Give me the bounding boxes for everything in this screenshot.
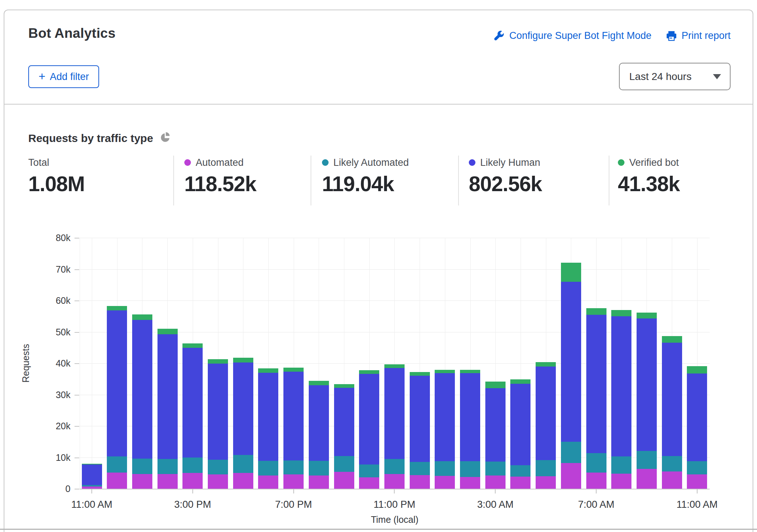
- segment-automated: [662, 471, 682, 489]
- stat-verified-bot[interactable]: Verified bot 41.38k: [618, 156, 680, 196]
- y-axis-tick: [75, 300, 79, 301]
- bar-700pm[interactable]: [283, 238, 304, 489]
- segment-likely-automated: [662, 456, 682, 471]
- segment-automated: [334, 472, 354, 489]
- bar-1200pm[interactable]: [107, 238, 127, 489]
- add-filter-button[interactable]: + Add filter: [28, 65, 99, 88]
- segment-likely-automated: [586, 453, 606, 472]
- segment-likely-automated: [410, 462, 430, 475]
- segment-verified-bot: [132, 314, 152, 320]
- segment-verified-bot: [309, 381, 329, 385]
- bar-1000pm[interactable]: [359, 238, 379, 489]
- segment-likely-automated: [510, 465, 530, 477]
- segment-automated: [359, 477, 379, 489]
- configure-link-label: Configure Super Bot Fight Mode: [509, 30, 651, 41]
- segment-likely-human: [435, 373, 455, 461]
- segment-likely-automated: [359, 464, 379, 477]
- segment-verified-bot: [460, 370, 480, 373]
- segment-likely-automated: [384, 459, 405, 474]
- bar-500am[interactable]: [536, 238, 556, 489]
- segment-likely-human: [611, 316, 631, 456]
- segment-likely-human: [309, 385, 329, 461]
- segment-automated: [561, 463, 581, 489]
- plus-icon: +: [39, 70, 46, 82]
- bar-800pm[interactable]: [309, 238, 329, 489]
- segment-automated: [586, 473, 606, 489]
- bar-1200am[interactable]: [410, 238, 430, 489]
- segment-automated: [309, 475, 329, 489]
- segment-verified-bot: [611, 310, 631, 316]
- segment-automated: [637, 469, 657, 489]
- stat-verified-bot-value: 41.38k: [618, 172, 680, 196]
- segment-likely-human: [410, 376, 430, 462]
- time-range-value: Last 24 hours: [620, 71, 713, 83]
- requests-bar-chart: [80, 238, 710, 489]
- section-title-row: Requests by traffic type: [28, 132, 171, 145]
- segment-verified-bot: [157, 329, 178, 334]
- segment-verified-bot: [536, 362, 556, 367]
- time-range-select[interactable]: Last 24 hours: [619, 63, 731, 90]
- stat-likely-human[interactable]: Likely Human 802.56k: [469, 156, 542, 196]
- x-axis-tick: [192, 489, 193, 493]
- add-filter-label: Add filter: [50, 71, 89, 83]
- bar-700am[interactable]: [586, 238, 606, 489]
- y-axis-tick-label: 70k: [36, 264, 70, 275]
- y-axis-tick: [75, 238, 79, 238]
- segment-likely-human: [586, 315, 606, 453]
- stat-divider: [173, 156, 174, 205]
- segment-likely-human: [359, 374, 379, 464]
- y-axis-tick: [75, 269, 79, 270]
- bar-800am[interactable]: [611, 238, 631, 489]
- bar-200pm[interactable]: [157, 238, 178, 489]
- bar-600pm[interactable]: [258, 238, 278, 489]
- x-axis-tick-label: 11:00 PM: [350, 499, 438, 510]
- bar-1100am[interactable]: [82, 238, 102, 489]
- bar-900pm[interactable]: [334, 238, 354, 489]
- stat-automated-value: 118.52k: [184, 172, 256, 196]
- verified-bot-legend-dot: [618, 159, 624, 166]
- stat-divider: [609, 156, 609, 205]
- stat-verified-bot-label: Verified bot: [629, 157, 679, 168]
- segment-verified-bot: [485, 382, 506, 388]
- bar-600am[interactable]: [561, 238, 581, 489]
- bar-400pm[interactable]: [208, 238, 228, 489]
- bar-1100pm[interactable]: [384, 238, 405, 489]
- print-report-link[interactable]: Print report: [666, 30, 731, 41]
- bar-300pm[interactable]: [182, 238, 203, 489]
- segment-verified-bot: [283, 368, 304, 372]
- bar-1000am[interactable]: [662, 238, 682, 489]
- segment-likely-human: [107, 310, 127, 456]
- segment-likely-human: [510, 384, 530, 465]
- segment-automated: [384, 474, 405, 489]
- bar-400am[interactable]: [510, 238, 530, 489]
- likely-human-legend-dot: [469, 159, 475, 166]
- bar-900am[interactable]: [637, 238, 657, 489]
- stat-automated[interactable]: Automated 118.52k: [184, 156, 256, 196]
- segment-likely-automated: [182, 458, 203, 473]
- x-axis-tick: [293, 489, 294, 493]
- segment-likely-automated: [637, 451, 657, 469]
- segment-likely-automated: [561, 442, 581, 463]
- segment-likely-automated: [334, 456, 354, 472]
- bar-100am[interactable]: [435, 238, 455, 489]
- bar-200am[interactable]: [460, 238, 480, 489]
- bar-500pm[interactable]: [233, 238, 253, 489]
- bar-300am[interactable]: [485, 238, 506, 489]
- segment-likely-automated: [309, 461, 329, 475]
- segment-likely-automated: [233, 455, 253, 473]
- segment-verified-bot: [233, 358, 253, 363]
- segment-likely-human: [258, 373, 278, 461]
- segment-likely-automated: [132, 459, 152, 474]
- segment-automated: [410, 475, 430, 489]
- configure-super-bot-fight-mode-link[interactable]: Configure Super Bot Fight Mode: [494, 30, 651, 41]
- bar-100pm[interactable]: [132, 238, 152, 489]
- segment-verified-bot: [359, 370, 379, 374]
- bottom-section-divider: [0, 529, 757, 530]
- gridline-vertical: [80, 238, 80, 489]
- bar-1100am[interactable]: [687, 238, 707, 489]
- stat-likely-automated[interactable]: Likely Automated 119.04k: [322, 156, 409, 196]
- y-axis-tick: [75, 395, 79, 396]
- segment-likely-automated: [611, 456, 631, 474]
- segment-verified-bot: [662, 336, 682, 343]
- printer-icon: [666, 30, 677, 41]
